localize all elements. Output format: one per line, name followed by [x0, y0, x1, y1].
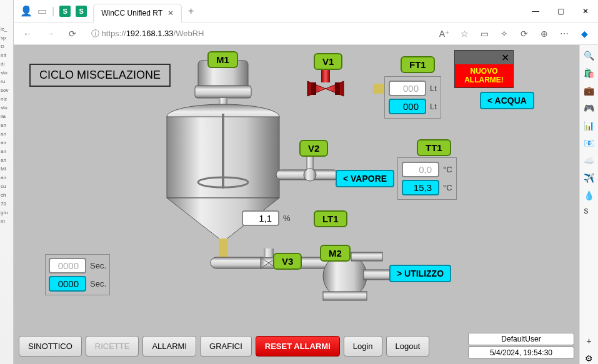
- ft1-sp-unit: Lt: [430, 84, 437, 93]
- read-aloud-icon[interactable]: A⁺: [436, 25, 453, 42]
- lt1-unit: %: [283, 214, 291, 223]
- ft1-panel: 000 Lt 000 Lt: [384, 76, 441, 119]
- maximize-button[interactable]: ▢: [548, 0, 573, 22]
- add-sidebar-icon[interactable]: +: [584, 335, 595, 347]
- timer-pv-unit: Sec.: [90, 279, 106, 288]
- allarmi-button[interactable]: ALLARMI: [142, 336, 196, 357]
- tag-v2: V2: [299, 140, 328, 157]
- tab-title: WinCC Unified RT: [101, 9, 162, 17]
- refresh-button[interactable]: ⟳: [64, 25, 81, 42]
- new-tab-button[interactable]: +: [182, 6, 200, 17]
- lt1-value: 1,1: [242, 210, 279, 226]
- bottom-toolbar: SINOTTICO RICETTE ALLARMI GRAFICI RESET …: [19, 333, 574, 359]
- grafici-button[interactable]: GRAFICI: [200, 336, 252, 357]
- svg-rect-14: [335, 82, 340, 95]
- svg-rect-9: [264, 248, 274, 257]
- flow-utilizzo: > UTILIZZO: [389, 265, 451, 282]
- downloads-icon[interactable]: ⊕: [536, 25, 553, 42]
- back-button[interactable]: ←: [19, 25, 36, 42]
- tag-v1: V1: [314, 53, 342, 70]
- tt1-panel: 0,0 °C 15,3 °C: [397, 157, 457, 200]
- sync-icon[interactable]: ⟳: [516, 25, 533, 42]
- shopping-icon[interactable]: 🛍️: [584, 67, 595, 79]
- collections-icon[interactable]: ▭: [476, 25, 493, 42]
- ft1-value: 000: [389, 99, 426, 114]
- timer-setpoint[interactable]: 0000: [49, 258, 86, 273]
- login-button[interactable]: Login: [344, 336, 382, 357]
- logout-button[interactable]: Logout: [386, 336, 430, 357]
- alarm-text[interactable]: NUOVOALLARME!: [455, 64, 513, 87]
- timer-value: 0000: [49, 276, 86, 292]
- svg-rect-16: [306, 156, 314, 170]
- os-left-cropped: ic_spDnifdistoru sovnizstollaananananan …: [0, 0, 14, 364]
- page-title: CICLO MISCELAZIONE: [29, 64, 171, 87]
- send-icon[interactable]: ✈️: [584, 172, 595, 184]
- s-app-icon[interactable]: S: [584, 207, 595, 219]
- menu-icon[interactable]: ⋯: [556, 25, 573, 42]
- tag-m1: M1: [207, 51, 238, 68]
- app-icon-2[interactable]: S: [76, 6, 87, 17]
- alarm-popup: ✕ NUOVOALLARME!: [454, 50, 514, 88]
- close-window-button[interactable]: ✕: [573, 0, 598, 22]
- ricette-button[interactable]: RICETTE: [86, 336, 139, 357]
- scada-viewport: CICLO MISCELAZIONE: [14, 45, 579, 364]
- profile-icon[interactable]: 👤: [20, 5, 32, 17]
- svg-point-18: [304, 169, 316, 181]
- timer-panel: 0000 Sec. 0000 Sec.: [45, 254, 110, 295]
- lt1-row: 1,1 %: [242, 210, 291, 226]
- reset-allarmi-button[interactable]: RESET ALLARMI: [256, 336, 340, 357]
- status-user: DefaultUser: [468, 333, 574, 345]
- copilot-icon[interactable]: ◆: [576, 25, 593, 42]
- flow-vapore: < VAPORE: [336, 170, 394, 187]
- svg-rect-1: [195, 86, 251, 98]
- app-icon-1[interactable]: S: [59, 6, 71, 17]
- search-icon[interactable]: 🔍: [584, 50, 595, 61]
- favorite-icon[interactable]: ☆: [456, 25, 473, 42]
- minimize-button[interactable]: —: [523, 0, 548, 22]
- settings-sidebar-icon[interactable]: ⚙: [584, 353, 595, 364]
- edge-sidebar: 🔍 🛍️ 💼 🎮 📊 📧 ☁️ ✈️ 💧 S + ⚙: [579, 45, 598, 364]
- tt1-value: 15,3: [402, 180, 439, 195]
- office-icon[interactable]: 📊: [584, 120, 595, 131]
- tools-icon[interactable]: 💼: [584, 85, 595, 96]
- svg-rect-13: [311, 82, 316, 95]
- alarm-close-icon[interactable]: ✕: [501, 52, 509, 64]
- tag-tt1: TT1: [417, 139, 451, 156]
- svg-rect-11: [321, 70, 330, 82]
- onedrive-icon[interactable]: ☁️: [584, 155, 595, 166]
- timer-sp-unit: Sec.: [90, 261, 106, 270]
- tt1-sp-unit: °C: [443, 165, 452, 174]
- tag-v3: V3: [273, 253, 302, 270]
- flow-acqua: < ACQUA: [480, 92, 534, 109]
- extensions-icon[interactable]: ✧: [496, 25, 513, 42]
- ft1-setpoint[interactable]: 000: [389, 81, 426, 96]
- window-titlebar: 👤 ▭ | S S WinCC Unified RT ✕ + — ▢ ✕: [0, 0, 598, 22]
- outlook-icon[interactable]: 📧: [584, 137, 595, 149]
- svg-rect-21: [351, 252, 382, 261]
- workspaces-icon[interactable]: ▭: [37, 5, 47, 17]
- svg-rect-20: [323, 292, 367, 300]
- sinottico-button[interactable]: SINOTTICO: [19, 336, 82, 357]
- tt1-pv-unit: °C: [443, 183, 452, 192]
- tag-lt1: LT1: [314, 210, 347, 227]
- url-field[interactable]: ⓘ https://192.168.1.33/WebRH: [86, 28, 431, 39]
- browser-tab[interactable]: WinCC Unified RT ✕: [93, 4, 182, 22]
- ft1-pv-unit: Lt: [430, 102, 437, 111]
- tt1-setpoint[interactable]: 0,0: [402, 162, 439, 177]
- address-bar: ← → ⟳ ⓘ https://192.168.1.33/WebRH A⁺ ☆ …: [0, 22, 598, 45]
- tab-close-icon[interactable]: ✕: [167, 9, 174, 17]
- games-icon[interactable]: 🎮: [584, 102, 595, 114]
- forward-button: →: [41, 25, 59, 42]
- status-datetime: 5/4/2024, 19:54:30: [468, 347, 574, 359]
- tag-ft1: FT1: [401, 56, 435, 73]
- tag-m2: M2: [320, 245, 351, 262]
- drop-icon[interactable]: 💧: [584, 190, 595, 201]
